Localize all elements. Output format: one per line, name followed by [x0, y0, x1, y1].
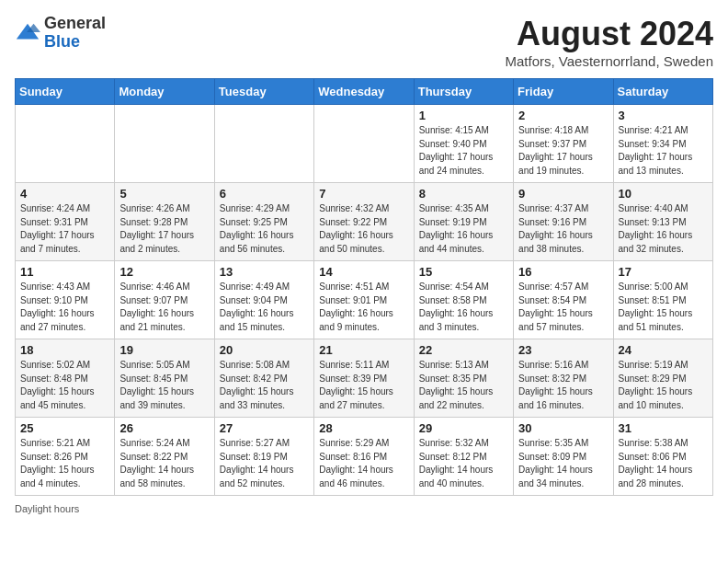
dow-header: Monday — [115, 79, 214, 105]
calendar-cell: 10Sunrise: 4:40 AMSunset: 9:13 PMDayligh… — [613, 183, 712, 261]
day-detail: Sunrise: 4:15 AMSunset: 9:40 PMDaylight:… — [419, 124, 508, 178]
day-number: 28 — [319, 421, 408, 435]
calendar-cell — [16, 105, 115, 183]
calendar-cell: 25Sunrise: 5:21 AMSunset: 8:26 PMDayligh… — [16, 418, 115, 496]
day-detail: Sunrise: 5:08 AMSunset: 8:42 PMDaylight:… — [220, 359, 309, 412]
day-detail: Sunrise: 4:18 AMSunset: 9:37 PMDaylight:… — [518, 124, 608, 178]
day-number: 19 — [119, 343, 209, 357]
day-number: 30 — [518, 421, 608, 435]
calendar-cell: 20Sunrise: 5:08 AMSunset: 8:42 PMDayligh… — [214, 339, 313, 418]
calendar-cell: 7Sunrise: 4:32 AMSunset: 9:22 PMDaylight… — [314, 183, 414, 261]
day-detail: Sunrise: 4:24 AMSunset: 9:31 PMDaylight:… — [20, 202, 109, 256]
calendar-cell: 2Sunrise: 4:18 AMSunset: 9:37 PMDaylight… — [514, 105, 613, 183]
day-number: 5 — [119, 187, 209, 201]
day-detail: Sunrise: 4:29 AMSunset: 9:25 PMDaylight:… — [220, 202, 309, 256]
dow-header: Tuesday — [214, 79, 313, 105]
calendar-cell: 30Sunrise: 5:35 AMSunset: 8:09 PMDayligh… — [514, 418, 613, 496]
day-number: 27 — [220, 421, 309, 435]
day-detail: Sunrise: 5:35 AMSunset: 8:09 PMDaylight:… — [518, 437, 608, 490]
day-detail: Sunrise: 4:43 AMSunset: 9:10 PMDaylight:… — [20, 281, 109, 334]
day-detail: Sunrise: 5:05 AMSunset: 8:45 PMDaylight:… — [119, 359, 209, 412]
calendar-cell: 14Sunrise: 4:51 AMSunset: 9:01 PMDayligh… — [314, 261, 414, 339]
day-number: 29 — [419, 421, 508, 435]
day-detail: Sunrise: 4:32 AMSunset: 9:22 PMDaylight:… — [319, 202, 408, 256]
day-detail: Sunrise: 5:32 AMSunset: 8:12 PMDaylight:… — [419, 437, 508, 490]
day-detail: Sunrise: 5:38 AMSunset: 8:06 PMDaylight:… — [619, 437, 708, 490]
calendar-cell: 9Sunrise: 4:37 AMSunset: 9:16 PMDaylight… — [514, 183, 613, 261]
logo-icon — [15, 20, 40, 46]
calendar-table: SundayMondayTuesdayWednesdayThursdayFrid… — [15, 78, 713, 496]
day-number: 31 — [619, 421, 708, 435]
day-number: 6 — [220, 187, 309, 201]
day-detail: Sunrise: 4:37 AMSunset: 9:16 PMDaylight:… — [518, 202, 608, 256]
day-detail: Sunrise: 4:54 AMSunset: 8:58 PMDaylight:… — [419, 281, 508, 334]
day-detail: Sunrise: 4:26 AMSunset: 9:28 PMDaylight:… — [119, 202, 209, 256]
day-number: 23 — [518, 343, 608, 357]
page-header: General Blue August 2024 Matfors, Vaeste… — [15, 15, 713, 69]
day-detail: Sunrise: 5:02 AMSunset: 8:48 PMDaylight:… — [20, 359, 109, 412]
day-number: 17 — [619, 265, 708, 279]
footer: Daylight hours — [15, 503, 713, 514]
day-number: 1 — [419, 109, 508, 122]
calendar-cell: 22Sunrise: 5:13 AMSunset: 8:35 PMDayligh… — [414, 339, 513, 418]
calendar-cell: 23Sunrise: 5:16 AMSunset: 8:32 PMDayligh… — [514, 339, 613, 418]
day-detail: Sunrise: 4:21 AMSunset: 9:34 PMDaylight:… — [619, 124, 708, 178]
calendar-cell: 3Sunrise: 4:21 AMSunset: 9:34 PMDaylight… — [613, 105, 712, 183]
day-number: 9 — [518, 187, 608, 201]
day-detail: Sunrise: 4:40 AMSunset: 9:13 PMDaylight:… — [619, 202, 708, 256]
calendar-cell: 18Sunrise: 5:02 AMSunset: 8:48 PMDayligh… — [16, 339, 115, 418]
daylight-label: Daylight hours — [15, 503, 79, 514]
day-number: 4 — [20, 187, 109, 201]
calendar-cell: 16Sunrise: 4:57 AMSunset: 8:54 PMDayligh… — [514, 261, 613, 339]
day-number: 20 — [220, 343, 309, 357]
day-number: 15 — [419, 265, 508, 279]
day-number: 25 — [20, 421, 109, 435]
calendar-cell: 6Sunrise: 4:29 AMSunset: 9:25 PMDaylight… — [214, 183, 313, 261]
day-detail: Sunrise: 5:21 AMSunset: 8:26 PMDaylight:… — [20, 437, 109, 490]
logo-blue: Blue — [44, 33, 106, 52]
day-number: 10 — [619, 187, 708, 201]
day-detail: Sunrise: 5:13 AMSunset: 8:35 PMDaylight:… — [419, 359, 508, 412]
day-number: 21 — [319, 343, 408, 357]
calendar-cell: 29Sunrise: 5:32 AMSunset: 8:12 PMDayligh… — [414, 418, 513, 496]
calendar-cell: 13Sunrise: 4:49 AMSunset: 9:04 PMDayligh… — [214, 261, 313, 339]
day-number: 24 — [619, 343, 708, 357]
calendar-cell: 21Sunrise: 5:11 AMSunset: 8:39 PMDayligh… — [314, 339, 414, 418]
day-number: 14 — [319, 265, 408, 279]
calendar-cell: 11Sunrise: 4:43 AMSunset: 9:10 PMDayligh… — [16, 261, 115, 339]
dow-header: Thursday — [414, 79, 513, 105]
calendar-cell: 26Sunrise: 5:24 AMSunset: 8:22 PMDayligh… — [115, 418, 214, 496]
day-detail: Sunrise: 4:57 AMSunset: 8:54 PMDaylight:… — [518, 281, 608, 334]
calendar-cell: 5Sunrise: 4:26 AMSunset: 9:28 PMDaylight… — [115, 183, 214, 261]
day-detail: Sunrise: 4:46 AMSunset: 9:07 PMDaylight:… — [119, 281, 209, 334]
day-number: 16 — [518, 265, 608, 279]
calendar-cell: 24Sunrise: 5:19 AMSunset: 8:29 PMDayligh… — [613, 339, 712, 418]
day-number: 26 — [119, 421, 209, 435]
logo: General Blue — [15, 15, 106, 52]
calendar-cell: 1Sunrise: 4:15 AMSunset: 9:40 PMDaylight… — [414, 105, 513, 183]
day-detail: Sunrise: 5:11 AMSunset: 8:39 PMDaylight:… — [319, 359, 408, 412]
title-area: August 2024 Matfors, Vaesternorrland, Sw… — [505, 15, 713, 69]
calendar-cell: 19Sunrise: 5:05 AMSunset: 8:45 PMDayligh… — [115, 339, 214, 418]
day-detail: Sunrise: 5:19 AMSunset: 8:29 PMDaylight:… — [619, 359, 708, 412]
day-detail: Sunrise: 4:49 AMSunset: 9:04 PMDaylight:… — [220, 281, 309, 334]
calendar-cell — [314, 105, 414, 183]
day-number: 12 — [119, 265, 209, 279]
day-detail: Sunrise: 5:29 AMSunset: 8:16 PMDaylight:… — [319, 437, 408, 490]
dow-header: Wednesday — [314, 79, 414, 105]
calendar-cell: 27Sunrise: 5:27 AMSunset: 8:19 PMDayligh… — [214, 418, 313, 496]
calendar-cell: 12Sunrise: 4:46 AMSunset: 9:07 PMDayligh… — [115, 261, 214, 339]
calendar-cell: 28Sunrise: 5:29 AMSunset: 8:16 PMDayligh… — [314, 418, 414, 496]
day-detail: Sunrise: 4:51 AMSunset: 9:01 PMDaylight:… — [319, 281, 408, 334]
day-detail: Sunrise: 5:24 AMSunset: 8:22 PMDaylight:… — [119, 437, 209, 490]
day-number: 11 — [20, 265, 109, 279]
day-number: 3 — [619, 109, 708, 122]
dow-header: Sunday — [16, 79, 115, 105]
day-number: 22 — [419, 343, 508, 357]
day-detail: Sunrise: 5:27 AMSunset: 8:19 PMDaylight:… — [220, 437, 309, 490]
day-detail: Sunrise: 5:00 AMSunset: 8:51 PMDaylight:… — [619, 281, 708, 334]
dow-header: Friday — [514, 79, 613, 105]
calendar-cell: 15Sunrise: 4:54 AMSunset: 8:58 PMDayligh… — [414, 261, 513, 339]
calendar-cell — [115, 105, 214, 183]
dow-header: Saturday — [613, 79, 712, 105]
